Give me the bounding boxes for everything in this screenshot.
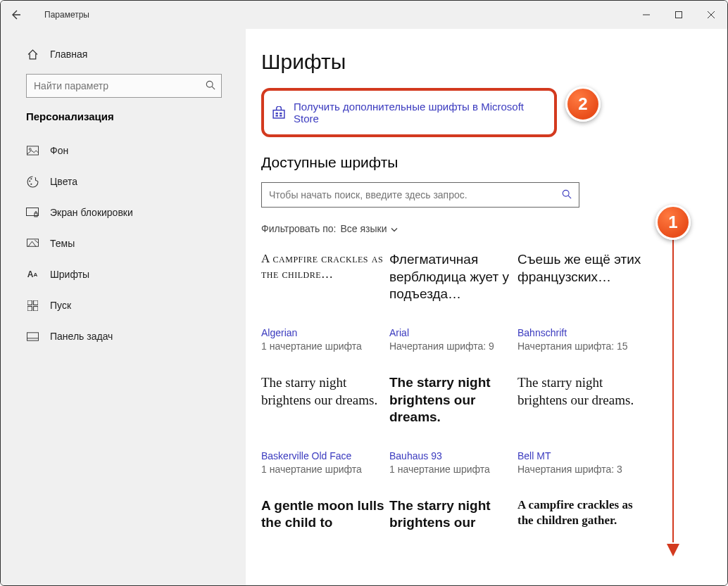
font-preview: The starry night brightens our dreams. [261, 374, 385, 445]
font-preview: The starry night brightens our dreams. [389, 374, 513, 445]
sidebar-search[interactable] [26, 74, 222, 98]
close-button[interactable] [695, 1, 727, 29]
font-name: Algerian [261, 327, 297, 338]
font-name: Bahnschrift [517, 327, 567, 338]
font-card[interactable]: The starry night brightens our dreams.Be… [517, 374, 641, 476]
minimize-button[interactable] [630, 1, 663, 29]
svg-point-10 [30, 183, 32, 184]
sidebar-item-label: Экран блокировки [50, 207, 133, 218]
filter-dropdown[interactable]: Все языки [340, 223, 398, 234]
svg-point-8 [29, 180, 30, 181]
sidebar-item-label: Цвета [50, 176, 77, 187]
store-icon [272, 106, 285, 119]
sidebar-item-lockscreen[interactable]: Экран блокировки [26, 197, 241, 228]
font-card[interactable]: The starry night brightens our [389, 497, 513, 573]
sidebar-item-background[interactable]: Фон [26, 135, 241, 166]
font-search-input[interactable] [269, 189, 562, 200]
sidebar-item-label: Пуск [50, 300, 71, 311]
lockscreen-icon [26, 206, 39, 219]
search-icon [562, 189, 572, 201]
filter-value: Все языки [340, 223, 387, 234]
font-name: Arial [389, 327, 409, 338]
font-preview: Флегматичная верблюдица жует у подъезда… [389, 251, 513, 321]
font-meta: 1 начертание шрифта [389, 463, 490, 476]
sidebar-item-label: Шрифты [50, 269, 89, 280]
font-card[interactable]: The starry night brightens our dreams.Ba… [261, 374, 385, 476]
window-title: Параметры [44, 10, 89, 20]
sidebar-item-label: Панель задач [50, 331, 113, 342]
font-meta: Начертания шрифта: 9 [389, 340, 494, 353]
maximize-button[interactable] [663, 1, 695, 29]
sidebar-search-input[interactable] [34, 80, 206, 91]
home-icon [26, 48, 39, 60]
sidebar-item-colors[interactable]: Цвета [26, 166, 241, 197]
search-icon [206, 80, 215, 92]
annotation-arrow [671, 240, 675, 556]
font-card[interactable]: A campfire crackles as the childre…Alger… [261, 251, 385, 353]
filter-row: Фильтровать по: Все языки [261, 223, 719, 234]
back-arrow-icon [10, 9, 21, 20]
svg-point-4 [206, 81, 213, 87]
store-link[interactable]: Получить дополнительные шрифты в Microso… [261, 88, 557, 137]
font-preview: A gentle moon lulls the child to [261, 497, 385, 568]
svg-rect-23 [276, 115, 278, 116]
callout-2: 2 [565, 87, 601, 122]
font-preview: The starry night brightens our dreams. [517, 374, 641, 445]
available-fonts-head: Доступные шрифты [261, 154, 719, 171]
back-button[interactable] [1, 1, 30, 29]
sidebar-item-label: Фон [50, 145, 68, 156]
sidebar-item-label: Темы [50, 238, 75, 249]
font-card[interactable]: A gentle moon lulls the child to [261, 497, 385, 573]
svg-rect-1 [676, 12, 682, 18]
sidebar-item-taskbar[interactable]: Панель задач [26, 321, 241, 352]
picture-icon [26, 144, 39, 157]
font-name: Bauhaus 93 [389, 450, 442, 461]
sidebar-item-start[interactable]: Пуск [26, 290, 241, 321]
svg-line-26 [568, 196, 571, 198]
font-preview: A campfire crackles as the childre… [261, 251, 385, 321]
svg-rect-17 [33, 306, 37, 310]
svg-rect-18 [27, 332, 38, 340]
chevron-down-icon [391, 223, 398, 234]
svg-rect-20 [273, 110, 284, 118]
font-card[interactable]: Съешь же ещё этих французских…Bahnschrif… [517, 251, 641, 353]
callout-1: 1 [655, 205, 691, 240]
page-title: Шрифты [261, 50, 719, 74]
sidebar-section: Персонализация [26, 110, 241, 122]
svg-point-7 [29, 148, 31, 151]
sidebar-home[interactable]: Главная [26, 39, 241, 70]
font-card[interactable]: Флегматичная верблюдица жует у подъезда…… [389, 251, 513, 353]
svg-point-25 [563, 190, 569, 196]
font-meta: 1 начертание шрифта [261, 463, 362, 476]
svg-rect-12 [34, 213, 37, 217]
font-meta: Начертания шрифта: 3 [517, 463, 622, 476]
font-preview: Съешь же ещё этих французских… [517, 251, 641, 321]
svg-line-5 [212, 87, 215, 89]
sidebar-item-themes[interactable]: Темы [26, 228, 241, 259]
sidebar-item-fonts[interactable]: AA Шрифты [26, 259, 241, 290]
font-meta: 1 начертание шрифта [261, 340, 362, 353]
font-preview: The starry night brightens our [389, 497, 513, 568]
svg-point-9 [30, 178, 32, 179]
svg-rect-6 [27, 146, 38, 155]
start-icon [26, 299, 39, 312]
svg-rect-24 [280, 115, 282, 116]
palette-icon [26, 175, 39, 188]
font-grid: A campfire crackles as the childre…Alger… [261, 251, 719, 573]
svg-rect-15 [33, 300, 37, 305]
font-preview: A campfire crackles as the children gath… [517, 497, 641, 568]
store-link-label: Получить дополнительные шрифты в Microso… [294, 101, 546, 125]
font-search[interactable] [261, 182, 579, 208]
svg-rect-22 [280, 113, 282, 114]
font-card[interactable]: A campfire crackles as the children gath… [517, 497, 641, 573]
font-name: Baskerville Old Face [261, 450, 351, 461]
font-meta: Начертания шрифта: 15 [517, 340, 628, 353]
sidebar-home-label: Главная [50, 49, 87, 60]
font-name: Bell MT [517, 450, 551, 461]
fonts-icon: AA [26, 268, 39, 281]
svg-rect-16 [27, 306, 32, 310]
themes-icon [26, 237, 39, 250]
font-card[interactable]: The starry night brightens our dreams.Ba… [389, 374, 513, 476]
titlebar: Параметры [1, 1, 727, 29]
svg-rect-21 [276, 113, 278, 114]
